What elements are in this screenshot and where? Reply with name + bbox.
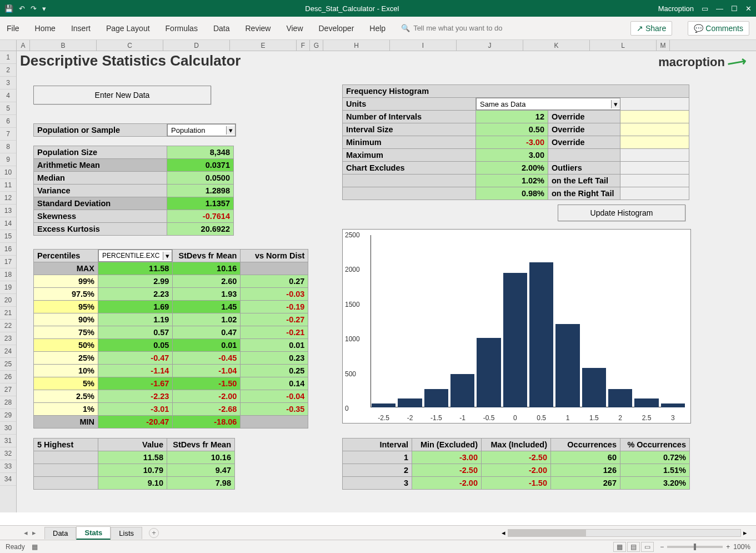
qat-dropdown-icon[interactable]: ▾	[42, 4, 46, 13]
sheet-tab-data[interactable]: Data	[44, 527, 76, 539]
sheet-tab-stats[interactable]: Stats	[76, 526, 111, 540]
row-header[interactable]: 4	[0, 89, 16, 102]
view-page-layout-icon[interactable]: ▤	[627, 542, 640, 552]
close-icon[interactable]: ✕	[745, 4, 752, 13]
chevron-down-icon[interactable]: ▾	[611, 100, 620, 108]
row-header[interactable]: 23	[0, 332, 16, 345]
zoom-in-icon[interactable]: +	[726, 543, 730, 551]
tab-home[interactable]: Home	[35, 24, 56, 33]
ribbon-display-icon[interactable]: ▭	[702, 4, 708, 13]
col-header[interactable]: B	[30, 40, 97, 51]
scroll-right-icon[interactable]: ▸	[743, 529, 747, 537]
tab-file[interactable]: File	[7, 24, 19, 33]
tab-developer[interactable]: Developer	[319, 24, 354, 33]
tab-insert[interactable]: Insert	[71, 24, 91, 33]
col-header[interactable]: L	[590, 40, 657, 51]
sheet-tab-lists[interactable]: Lists	[111, 527, 142, 539]
tab-formulas[interactable]: Formulas	[166, 24, 198, 33]
new-sheet-button[interactable]: +	[149, 528, 159, 538]
row-header[interactable]: 26	[0, 371, 16, 383]
col-header[interactable]: M	[657, 40, 670, 51]
row-header[interactable]: 20	[0, 294, 16, 307]
tab-data[interactable]: Data	[213, 24, 230, 33]
select-all-triangle[interactable]	[0, 40, 17, 51]
col-header[interactable]: E	[230, 40, 297, 51]
macro-recorder-icon[interactable]: ▦	[32, 543, 38, 551]
col-header[interactable]: I	[390, 40, 457, 51]
tab-view[interactable]: View	[286, 24, 303, 33]
override-input[interactable]	[620, 136, 689, 149]
row-header[interactable]: 14	[0, 217, 16, 230]
sheet-content[interactable]: Descriptive Statistics Calculator macrop…	[17, 51, 756, 512]
zoom-slider[interactable]	[667, 546, 723, 548]
row-header[interactable]: 18	[0, 268, 16, 281]
chevron-down-icon[interactable]: ▾	[163, 252, 172, 260]
row-header[interactable]: 24	[0, 345, 16, 358]
row-header[interactable]: 13	[0, 205, 16, 217]
row-header[interactable]: 31	[0, 435, 16, 447]
update-histogram-button[interactable]: Update Histogram	[558, 205, 685, 221]
tab-nav-last-icon[interactable]: ▸	[31, 529, 38, 537]
row-header[interactable]: 30	[0, 422, 16, 435]
row-header[interactable]: 10	[0, 166, 16, 179]
tab-help[interactable]: Help	[369, 24, 385, 33]
row-header[interactable]: 7	[0, 128, 16, 141]
redo-icon[interactable]: ↷	[31, 4, 37, 13]
row-header[interactable]: 5	[0, 102, 16, 115]
chevron-down-icon[interactable]: ▾	[226, 126, 235, 134]
row-header[interactable]: 32	[0, 447, 16, 460]
units-dropdown[interactable]: Same as Data▾	[476, 98, 620, 110]
row-header[interactable]: 11	[0, 179, 16, 192]
row-header[interactable]: 8	[0, 141, 16, 153]
horizontal-scrollbar[interactable]: ◂ ▸	[502, 529, 756, 537]
col-header[interactable]: K	[523, 40, 590, 51]
col-header[interactable]: G	[310, 40, 323, 51]
row-header[interactable]: 34	[0, 473, 16, 486]
tab-page-layout[interactable]: Page Layout	[106, 24, 150, 33]
col-header[interactable]: J	[457, 40, 523, 51]
col-header[interactable]: C	[97, 40, 163, 51]
percentile-value: 2.99	[98, 275, 173, 288]
row-header[interactable]: 21	[0, 307, 16, 320]
view-page-break-icon[interactable]: ▭	[641, 542, 654, 552]
scroll-left-icon[interactable]: ◂	[502, 529, 505, 537]
tab-nav-first-icon[interactable]: ◂	[22, 529, 29, 537]
override-input[interactable]	[620, 123, 689, 136]
save-icon[interactable]: 💾	[4, 4, 13, 13]
comments-button[interactable]: 💬Comments	[688, 21, 749, 36]
row-header[interactable]: 16	[0, 243, 16, 256]
override-input[interactable]	[620, 111, 689, 123]
row-header[interactable]: 29	[0, 409, 16, 422]
col-header[interactable]: A	[17, 40, 30, 51]
row-header[interactable]: 15	[0, 230, 16, 243]
col-header[interactable]: F	[297, 40, 310, 51]
col-header[interactable]: H	[323, 40, 390, 51]
row-header[interactable]: 9	[0, 153, 16, 166]
row-header[interactable]: 12	[0, 192, 16, 205]
row-header[interactable]: 1	[0, 51, 16, 64]
zoom-out-icon[interactable]: −	[660, 543, 664, 551]
search-box[interactable]: 🔍 Tell me what you want to do	[401, 24, 502, 32]
user-label[interactable]: Macroption	[658, 4, 694, 13]
row-header[interactable]: 17	[0, 256, 16, 268]
row-header[interactable]: 27	[0, 383, 16, 396]
enter-new-data-button[interactable]: Enter New Data	[33, 86, 211, 104]
row-header[interactable]: 22	[0, 320, 16, 332]
row-header[interactable]: 28	[0, 396, 16, 409]
percentile-method-dropdown[interactable]: PERCENTILE.EXC▾	[98, 250, 172, 262]
row-header[interactable]: 33	[0, 460, 16, 473]
maximize-icon[interactable]: ☐	[731, 4, 738, 13]
share-button[interactable]: ↗Share	[630, 21, 672, 36]
row-header[interactable]: 6	[0, 115, 16, 128]
row-header[interactable]: 25	[0, 358, 16, 371]
undo-icon[interactable]: ↶	[19, 4, 25, 13]
row-header[interactable]: 19	[0, 281, 16, 294]
col-header[interactable]: D	[163, 40, 230, 51]
row-header[interactable]: 2	[0, 64, 16, 77]
tab-review[interactable]: Review	[246, 24, 271, 33]
zoom-level[interactable]: 100%	[733, 543, 750, 551]
minimize-icon[interactable]: —	[716, 4, 723, 13]
view-normal-icon[interactable]: ▦	[613, 542, 626, 552]
pop-sample-dropdown[interactable]: Population ▾	[167, 124, 236, 136]
row-header[interactable]: 3	[0, 77, 16, 89]
